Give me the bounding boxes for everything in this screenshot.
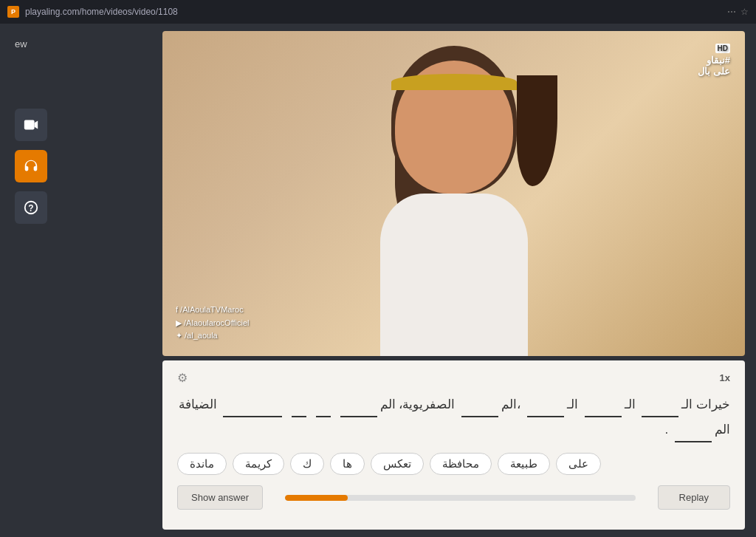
progress-bar-fill	[285, 495, 348, 501]
chip-على[interactable]: على	[556, 453, 601, 475]
nav-text: ew	[15, 38, 162, 49]
browser-bar: P playaling.com/home/videos/video/1108 ⋯…	[0, 0, 756, 24]
help-button[interactable]: ?	[15, 191, 47, 224]
blank-6	[316, 416, 331, 417]
video-watermark-top: HD #نبقاو على بال	[698, 42, 730, 77]
exercise-panel: ⚙ 1x خيرات الـ الـ الـ ،الم الصفريوية، ا…	[162, 360, 745, 530]
chip-ها[interactable]: ها	[330, 453, 365, 475]
browser-right-icons: ⋯ ☆	[727, 7, 749, 17]
show-answer-button[interactable]: Show answer	[177, 485, 263, 510]
svg-marker-1	[35, 121, 38, 129]
audio-mode-button[interactable]	[15, 150, 47, 182]
figure-headband	[391, 74, 517, 90]
chip-محافظة[interactable]: محافظة	[430, 453, 492, 475]
blank-8	[223, 416, 282, 417]
chip-ماندة[interactable]: ماندة	[177, 453, 227, 475]
browser-url: playaling.com/home/videos/video/1108	[25, 7, 178, 17]
blank-3	[527, 416, 564, 417]
video-container: HD #نبقاو على بال f /AlAoulaTVMaroc ▶ /A…	[162, 31, 745, 356]
browser-favicon: P	[7, 6, 19, 18]
blank-5	[340, 416, 377, 417]
question-mark-icon: ?	[23, 199, 39, 216]
sidebar: ew ?	[0, 24, 162, 537]
blank-4	[461, 416, 498, 417]
main-layout: ew ?	[0, 24, 756, 537]
chip-ك[interactable]: ك	[290, 453, 324, 475]
blank-1	[642, 416, 678, 417]
figure-body	[380, 194, 528, 356]
chip-طبيعة[interactable]: طبيعة	[498, 453, 550, 475]
content-area: HD #نبقاو على بال f /AlAoulaTVMaroc ▶ /A…	[162, 24, 756, 537]
chip-كريمة[interactable]: كريمة	[233, 453, 284, 475]
svg-rect-0	[24, 120, 35, 130]
video-frame: HD #نبقاو على بال f /AlAoulaTVMaroc ▶ /A…	[162, 31, 745, 356]
speed-badge: 1x	[720, 372, 730, 383]
chip-تعكس[interactable]: تعكس	[371, 453, 424, 475]
svg-text:?: ?	[28, 203, 33, 213]
replay-button[interactable]: Replay	[658, 485, 730, 510]
figure-hair-right	[517, 75, 557, 186]
video-watermark-bottom: f /AlAoulaTVMaroc ▶ /AlaoularocOfficiel …	[176, 304, 250, 343]
settings-icon[interactable]: ⚙	[177, 371, 188, 385]
blank-2	[585, 416, 622, 417]
video-icon	[23, 117, 39, 133]
exercise-header: ⚙ 1x	[177, 371, 730, 385]
arabic-sentence: خيرات الـ الـ الـ ،الم الصفريوية، الم ال…	[177, 392, 730, 442]
video-figure	[329, 38, 580, 356]
action-bar: Show answer Replay	[177, 485, 730, 510]
progress-bar-container	[285, 495, 635, 501]
video-mode-button[interactable]	[15, 109, 47, 141]
headphone-icon	[23, 158, 39, 174]
blank-7	[292, 416, 306, 417]
blank-9	[675, 441, 712, 442]
word-chips: على طبيعة محافظة تعكس ها ك كريمة ماندة	[177, 453, 730, 475]
sidebar-icons: ?	[15, 109, 162, 224]
